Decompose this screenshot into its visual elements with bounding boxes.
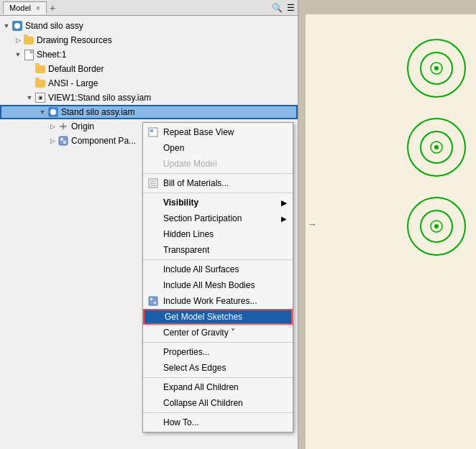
tree-label-drawing-resources: Drawing Resources	[37, 35, 112, 45]
ctx-label-section-participation: Section Participation	[163, 213, 242, 223]
tab-add-icon[interactable]: +	[50, 2, 55, 14]
ctx-separator-5	[143, 377, 293, 378]
ctx-label-get-model-sketches: Get Model Sketches	[165, 312, 242, 322]
ctx-open[interactable]: Open	[143, 140, 293, 156]
ctx-select-as-edges[interactable]: Select As Edges	[143, 360, 293, 376]
svg-rect-12	[149, 297, 157, 305]
svg-point-18	[434, 66, 439, 70]
expander-origin[interactable]: ▷	[47, 121, 58, 131]
ctx-collapse-all-children[interactable]: Collapse All Children	[143, 395, 293, 411]
tree-item-ansi-large[interactable]: ANSI - Large	[0, 76, 298, 91]
circle-group-1	[404, 36, 469, 101]
tree-item-drawing-resources[interactable]: ▷ Drawing Resources	[0, 33, 298, 47]
ctx-label-visibility: Visibility	[163, 198, 198, 208]
tree-label-origin: Origin	[71, 121, 94, 131]
folder-icon-drawing	[23, 34, 35, 46]
tree-label-sheet1: Sheet:1	[37, 50, 66, 60]
arrow-indicator: →	[307, 218, 317, 230]
origin-icon	[58, 121, 69, 132]
ctx-label-include-work-features: Include Work Features...	[163, 296, 257, 306]
drawing-canvas: →	[306, 14, 476, 449]
tree-item-sheet1[interactable]: ▼ Sheet:1	[0, 47, 298, 62]
svg-rect-13	[150, 298, 152, 300]
ctx-include-all-surfaces[interactable]: Include All Surfaces	[143, 261, 293, 277]
tree-item-stand-silo[interactable]: ▼ Stand silo assy.iam	[0, 105, 298, 119]
work-features-icon	[147, 295, 159, 307]
ctx-label-include-all-surfaces: Include All Surfaces	[163, 264, 239, 274]
ctx-include-all-mesh[interactable]: Include All Mesh Bodies	[143, 277, 293, 293]
svg-point-26	[434, 224, 439, 228]
view-icon: ▣	[35, 92, 46, 103]
svg-rect-4	[60, 138, 63, 141]
ctx-include-work-features[interactable]: Include Work Features...	[143, 293, 293, 309]
ctx-label-expand-all-children: Expand All Children	[163, 382, 239, 392]
sheet-icon	[23, 49, 35, 60]
bom-icon	[147, 177, 159, 189]
svg-rect-7	[150, 129, 153, 132]
ctx-label-collapse-all-children: Collapse All Children	[163, 398, 243, 408]
right-panel: →	[298, 0, 476, 449]
svg-rect-14	[154, 302, 156, 304]
expander-component-pa[interactable]: ▷	[47, 136, 58, 146]
ctx-get-model-sketches[interactable]: Get Model Sketches	[143, 309, 293, 325]
ctx-repeat-base-view[interactable]: Repeat Base View	[143, 124, 293, 140]
circle-group-2	[404, 115, 469, 180]
component-icon	[58, 135, 69, 147]
ctx-transparent[interactable]: Transparent	[143, 242, 293, 258]
expander-view1[interactable]: ▼	[24, 93, 35, 103]
expander-sheet1[interactable]: ▼	[13, 50, 23, 60]
ctx-separator-4	[143, 342, 293, 343]
ctx-separator-2	[143, 193, 293, 193]
ctx-separator-1	[143, 173, 293, 174]
svg-rect-5	[63, 141, 66, 144]
ctx-arrow-section: ▶	[281, 215, 287, 223]
tree-label-default-border: Default Border	[48, 64, 104, 74]
ctx-center-of-gravity[interactable]: Center of Gravity ˅	[143, 325, 293, 341]
expander-drawing-resources[interactable]: ▷	[13, 35, 23, 45]
tree-label-view1: VIEW1:Stand silo assy.iam	[48, 93, 151, 103]
ctx-properties[interactable]: Properties...	[143, 344, 293, 360]
ctx-separator-3	[143, 259, 293, 260]
model-tab[interactable]: Model ×	[3, 1, 47, 14]
ctx-bill-of-materials[interactable]: Bill of Materials...	[143, 175, 293, 191]
tab-icons: 🔍 ☰	[272, 3, 295, 13]
tree-label-root: Stand silo assy	[25, 21, 83, 31]
tab-label: Model	[9, 4, 31, 12]
ctx-label-hidden-lines: Hidden Lines	[163, 229, 214, 239]
ruler-top	[298, 0, 476, 14]
tab-close-icon[interactable]: ×	[36, 4, 40, 12]
left-panel: Model × + 🔍 ☰ ▼ Stand silo assy ▷	[0, 0, 298, 449]
tree-label-component-pa: Component Pa...	[71, 136, 136, 146]
search-icon[interactable]: 🔍	[272, 3, 283, 13]
ctx-arrow-visibility: ▶	[281, 199, 287, 207]
ctx-expand-all-children[interactable]: Expand All Children	[143, 379, 293, 395]
ctx-label-open: Open	[163, 143, 184, 153]
folder-icon-ansi	[35, 78, 46, 89]
ctx-how-to[interactable]: How To...	[143, 415, 293, 430]
expander-root[interactable]: ▼	[1, 21, 12, 31]
ctx-update-model[interactable]: Update Model	[143, 156, 293, 172]
circle-group-3	[404, 194, 469, 259]
ctx-label-properties: Properties...	[163, 347, 210, 357]
tree-label-stand-silo: Stand silo assy.iam	[61, 107, 135, 117]
ctx-label-center-of-gravity: Center of Gravity ˅	[163, 328, 235, 338]
assy-icon	[12, 20, 23, 32]
tree-item-default-border[interactable]: Default Border	[0, 62, 298, 76]
tree-item-root[interactable]: ▼ Stand silo assy	[0, 19, 298, 33]
ctx-hidden-lines[interactable]: Hidden Lines	[143, 226, 293, 242]
context-menu: Repeat Base View Open Update Model Bill …	[142, 122, 293, 432]
ctx-section-participation[interactable]: Section Participation ▶	[143, 210, 293, 226]
ctx-separator-6	[143, 412, 293, 413]
repeat-view-icon	[147, 126, 159, 138]
expander-stand-silo[interactable]: ▼	[37, 107, 47, 117]
menu-icon[interactable]: ☰	[287, 3, 295, 13]
ctx-label-bill-of-materials: Bill of Materials...	[163, 178, 229, 188]
ctx-visibility[interactable]: Visibility ▶	[143, 195, 293, 210]
ctx-label-how-to: How To...	[163, 417, 199, 427]
tab-bar: Model × + 🔍 ☰	[0, 0, 298, 16]
svg-point-22	[434, 145, 439, 149]
ruler-left	[298, 14, 306, 449]
tree-item-view1[interactable]: ▼ ▣ VIEW1:Stand silo assy.iam	[0, 91, 298, 105]
ctx-label-repeat-base-view: Repeat Base View	[163, 127, 234, 137]
ctx-label-update-model: Update Model	[163, 159, 217, 169]
